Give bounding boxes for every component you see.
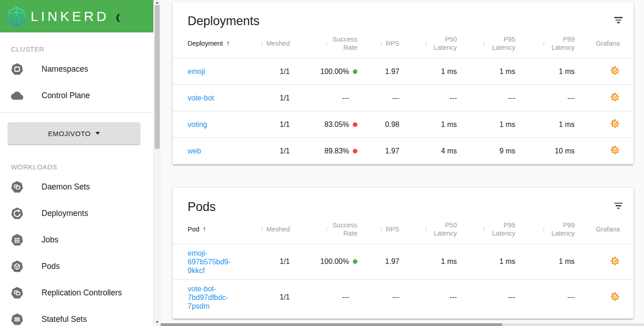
cluster-section-label: CLUSTER: [11, 45, 153, 53]
table-row: vote-bot-7bd97dfbdc-7psdm 1/1 --- --- --…: [173, 279, 634, 315]
status-dot: [353, 69, 357, 74]
column-header-meshed[interactable]: ↑Meshed: [248, 30, 293, 58]
sidebar-item-replication-controllers[interactable]: Replication Controllers: [0, 279, 153, 306]
deployments-card: Deployments Deployment↑ ↑Meshed ↑Success…: [173, 2, 634, 164]
rps-value: 0.98: [361, 111, 403, 138]
table-row: vote-bot 1/1 --- --- --- --- ---: [173, 85, 634, 111]
sort-arrow-icon: ↑: [542, 40, 546, 47]
column-header-meshed[interactable]: ↑Meshed: [248, 216, 293, 244]
column-header-rps[interactable]: ↑RPS: [361, 30, 403, 58]
success-rate-value: 89.83%: [325, 147, 349, 155]
pods-table: Pod↑ ↑Meshed ↑Success Rate ↑RPS ↑P50 Lat…: [173, 216, 634, 315]
column-header-p50[interactable]: ↑P50 Latency: [403, 30, 461, 58]
p99-value: ---: [519, 85, 578, 111]
sidebar-item-control-plane[interactable]: Control Plane: [0, 82, 153, 109]
success-rate-value: 100.00%: [320, 258, 349, 266]
sidebar-scrollbar-thumb[interactable]: [155, 5, 160, 149]
p50-value: 1 ms: [403, 111, 461, 138]
meshed-value: 1/1: [248, 138, 293, 164]
deployment-link[interactable]: vote-bot: [188, 94, 214, 102]
column-header-p50[interactable]: ↑P50 Latency: [403, 216, 461, 244]
p50-value: 1 ms: [403, 58, 461, 85]
p95-value: 1 ms: [461, 111, 519, 138]
table-row: web 1/1 89.83% 1.97 4 ms 9 ms 10 ms: [173, 138, 634, 164]
horizontal-scrollbar[interactable]: [161, 323, 644, 326]
namespace-selector-button[interactable]: EMOJIVOTO: [8, 122, 140, 144]
status-dot: [353, 259, 357, 264]
jobs-icon: [11, 234, 23, 246]
sidebar-item-pods[interactable]: Pods: [0, 253, 153, 279]
sidebar-item-deployments[interactable]: Deployments: [0, 200, 153, 226]
namespaces-icon: [11, 63, 23, 75]
sort-arrow-icon: ↑: [424, 40, 428, 47]
p99-value: ---: [519, 279, 578, 315]
p50-value: 4 ms: [403, 138, 461, 164]
sort-arrow-icon: ↑: [424, 225, 428, 233]
sidebar-item-label: Daemon Sets: [42, 182, 90, 192]
grafana-icon[interactable]: [610, 256, 620, 266]
table-row: voting 1/1 83.05% 0.98 1 ms 1 ms 1 ms: [173, 111, 634, 138]
column-header-p95[interactable]: ↑P95 Latency: [461, 216, 519, 244]
sort-arrow-icon: ↑: [260, 225, 264, 233]
scroll-down-icon[interactable]: ▼: [154, 320, 161, 324]
column-header-p99[interactable]: ↑P99 Latency: [519, 216, 578, 244]
sidebar-item-label: Namespaces: [42, 64, 88, 74]
meshed-value: 1/1: [248, 85, 293, 111]
pod-link[interactable]: vote-bot-7bd97dfbdc-7psdm: [188, 284, 239, 310]
table-row: emoji 1/1 100.00% 1.97 1 ms 1 ms 1 ms: [173, 58, 634, 85]
linkerd-logo-icon: [6, 6, 27, 27]
sort-arrow-icon: ↑: [226, 39, 230, 47]
deployment-link[interactable]: web: [188, 147, 201, 155]
deployment-link[interactable]: voting: [188, 121, 207, 128]
sort-arrow-icon: ↑: [325, 225, 329, 233]
column-header-deployment[interactable]: Deployment↑: [173, 30, 248, 58]
sort-arrow-icon: ↑: [325, 40, 329, 47]
sidebar: LINKERD ‹ CLUSTER Namespaces Control Pla…: [0, 0, 153, 326]
column-header-rps[interactable]: ↑RPS: [361, 216, 403, 244]
app-title: LINKERD: [31, 9, 109, 24]
p99-value: 1 ms: [519, 58, 578, 85]
deployments-table: Deployment↑ ↑Meshed ↑Success Rate ↑RPS ↑…: [173, 30, 634, 164]
sidebar-item-namespaces[interactable]: Namespaces: [0, 56, 153, 82]
grafana-icon[interactable]: [610, 92, 620, 102]
success-rate-value: 83.05%: [325, 121, 349, 129]
grafana-icon[interactable]: [610, 119, 620, 128]
sidebar-item-jobs[interactable]: Jobs: [0, 226, 153, 253]
horizontal-scrollbar-thumb[interactable]: [161, 323, 502, 326]
p99-value: 1 ms: [519, 244, 578, 279]
column-header-p99[interactable]: ↑P99 Latency: [519, 30, 578, 58]
p95-value: 1 ms: [461, 244, 519, 279]
grafana-icon[interactable]: [610, 145, 620, 155]
sidebar-item-stateful-sets[interactable]: Stateful Sets: [0, 306, 153, 326]
deployments-card-title: Deployments: [188, 13, 260, 29]
rps-value: ---: [361, 279, 403, 315]
pod-link[interactable]: emoji-697b575bd9-9kkcf: [188, 249, 239, 275]
sort-arrow-icon: ↑: [380, 40, 383, 47]
p95-value: ---: [461, 85, 519, 111]
deployment-link[interactable]: emoji: [188, 68, 205, 75]
column-header-success-rate[interactable]: ↑Success Rate: [293, 216, 361, 244]
column-header-pod[interactable]: Pod↑: [173, 216, 248, 244]
filter-icon[interactable]: [614, 203, 623, 210]
p99-value: 1 ms: [519, 111, 578, 138]
table-row: emoji-697b575bd9-9kkcf 1/1 100.00% 1.97 …: [173, 244, 634, 279]
status-dot: [353, 122, 357, 127]
daemon-sets-icon: [11, 181, 23, 193]
pods-icon: [11, 260, 23, 273]
meshed-value: 1/1: [248, 244, 293, 279]
grafana-icon[interactable]: [610, 292, 620, 301]
rps-value: 1.97: [361, 138, 403, 164]
sidebar-item-label: Control Plane: [42, 91, 90, 100]
sidebar-item-daemon-sets[interactable]: Daemon Sets: [0, 174, 153, 200]
grafana-icon[interactable]: [610, 66, 620, 75]
sort-arrow-icon: ↑: [380, 225, 383, 233]
sort-arrow-icon: ↑: [203, 225, 206, 233]
filter-icon[interactable]: [614, 17, 623, 25]
scroll-up-icon[interactable]: ▲: [154, 0, 161, 5]
column-header-p95[interactable]: ↑P95 Latency: [461, 30, 519, 58]
p95-value: 9 ms: [461, 138, 519, 164]
sidebar-scrollbar[interactable]: ▲ ▼: [153, 0, 161, 326]
deployments-icon: [11, 207, 23, 220]
success-rate-value: ---: [342, 293, 349, 301]
column-header-success-rate[interactable]: ↑Success Rate: [293, 30, 361, 58]
